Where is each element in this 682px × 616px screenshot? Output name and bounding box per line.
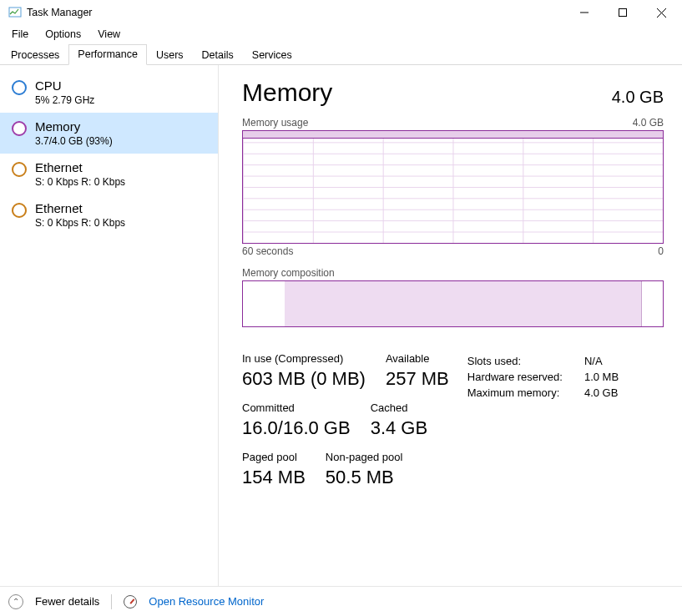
max-memory-value: 4.0 GB (569, 386, 624, 400)
hw-reserved-value: 1.0 MB (569, 370, 624, 384)
sidebar-item-ethernet-1[interactable]: Ethernet S: 0 Kbps R: 0 Kbps (0, 154, 218, 194)
tab-performance[interactable]: Performance (68, 44, 147, 65)
ethernet-icon (12, 203, 27, 218)
main-panel: Memory 4.0 GB Memory usage 4.0 GB 60 sec… (219, 65, 682, 586)
page-title: Memory (242, 78, 332, 107)
sidebar: CPU 5% 2.79 GHz Memory 3.7/4.0 GB (93%) … (0, 65, 219, 586)
tab-services[interactable]: Services (243, 45, 301, 65)
memory-icon (12, 121, 27, 136)
slots-value: N/A (569, 354, 624, 368)
sidebar-item-sub: S: 0 Kbps R: 0 Kbps (35, 176, 125, 188)
sidebar-item-label: Ethernet (35, 160, 125, 174)
stat-label: Non-paged pool (326, 451, 403, 463)
hw-reserved-label: Hardware reserved: (467, 370, 568, 384)
stat-value: 16.0/16.0 GB (242, 417, 351, 439)
stat-label: Cached (371, 401, 427, 414)
stat-committed: Committed 16.0/16.0 GB (242, 401, 351, 439)
stat-value: 3.4 GB (371, 417, 427, 439)
tab-row: Processes Performance Users Details Serv… (0, 43, 682, 65)
fewer-details-link[interactable]: Fewer details (35, 595, 99, 608)
window-title: Task Manager (27, 7, 93, 18)
sidebar-item-ethernet-2[interactable]: Ethernet S: 0 Kbps R: 0 Kbps (0, 194, 218, 235)
stat-value: 603 MB (0 MB) (242, 368, 366, 390)
menu-options[interactable]: Options (37, 27, 89, 42)
stats-area: In use (Compressed) 603 MB (0 MB) Availa… (242, 352, 664, 488)
titlebar: Task Manager (0, 0, 682, 25)
sidebar-item-memory[interactable]: Memory 3.7/4.0 GB (93%) (0, 113, 218, 154)
composition-inuse (285, 281, 642, 326)
tab-processes[interactable]: Processes (2, 45, 68, 65)
stat-nonpaged: Non-paged pool 50.5 MB (326, 451, 403, 488)
cpu-icon (12, 80, 27, 95)
sidebar-item-sub: 5% 2.79 GHz (35, 94, 94, 106)
stat-label: In use (Compressed) (242, 352, 366, 365)
memory-usage-chart[interactable] (242, 130, 664, 244)
svg-rect-0 (9, 8, 21, 17)
divider (111, 594, 112, 609)
composition-reserved (243, 281, 285, 326)
close-button[interactable] (642, 0, 680, 25)
content-area: CPU 5% 2.79 GHz Memory 3.7/4.0 GB (93%) … (0, 65, 682, 586)
tab-users[interactable]: Users (147, 45, 193, 65)
stats-right: Slots used: N/A Hardware reserved: 1.0 M… (466, 352, 625, 488)
sidebar-item-label: CPU (35, 78, 94, 93)
chevron-up-icon: ⌃ (8, 594, 23, 609)
chart-grid (243, 131, 663, 243)
composition-free (642, 281, 663, 326)
stat-label: Paged pool (242, 451, 306, 463)
chart-label-right: 4.0 GB (633, 117, 664, 129)
chart-time-right: 0 (658, 245, 664, 257)
memory-composition-bar[interactable] (242, 280, 664, 327)
footer: ⌃ Fewer details Open Resource Monitor (0, 586, 682, 616)
max-memory-label: Maximum memory: (467, 386, 568, 400)
resource-monitor-icon (124, 595, 137, 608)
menu-view[interactable]: View (89, 27, 129, 42)
chart-label-left: Memory usage (242, 117, 308, 129)
minimize-button[interactable] (565, 0, 604, 25)
sidebar-item-cpu[interactable]: CPU 5% 2.79 GHz (0, 72, 218, 113)
ethernet-icon (12, 162, 27, 177)
menubar: File Options View (0, 25, 682, 43)
sidebar-item-label: Ethernet (35, 201, 125, 215)
stat-inuse: In use (Compressed) 603 MB (0 MB) (242, 352, 366, 390)
app-icon (8, 6, 22, 19)
stat-value: 50.5 MB (326, 467, 403, 488)
menu-file[interactable]: File (3, 27, 37, 42)
sidebar-item-label: Memory (35, 119, 113, 134)
sidebar-item-sub: 3.7/4.0 GB (93%) (35, 135, 113, 147)
memory-total: 4.0 GB (612, 88, 664, 107)
sidebar-item-sub: S: 0 Kbps R: 0 Kbps (35, 217, 125, 229)
stat-paged: Paged pool 154 MB (242, 451, 306, 488)
window-controls (565, 0, 680, 25)
chart-usage-fill (243, 131, 663, 139)
stat-label: Available (386, 352, 449, 365)
stat-value: 257 MB (386, 368, 449, 390)
slots-label: Slots used: (467, 354, 568, 368)
tab-details[interactable]: Details (193, 45, 243, 65)
open-resource-monitor-link[interactable]: Open Resource Monitor (149, 595, 264, 608)
svg-rect-2 (619, 9, 627, 17)
composition-label: Memory composition (242, 267, 664, 279)
chart-time-left: 60 seconds (242, 245, 293, 257)
maximize-button[interactable] (604, 0, 642, 25)
stat-available: Available 257 MB (386, 352, 449, 390)
stat-value: 154 MB (242, 467, 306, 488)
stat-cached: Cached 3.4 GB (371, 401, 427, 439)
stat-label: Committed (242, 401, 351, 414)
